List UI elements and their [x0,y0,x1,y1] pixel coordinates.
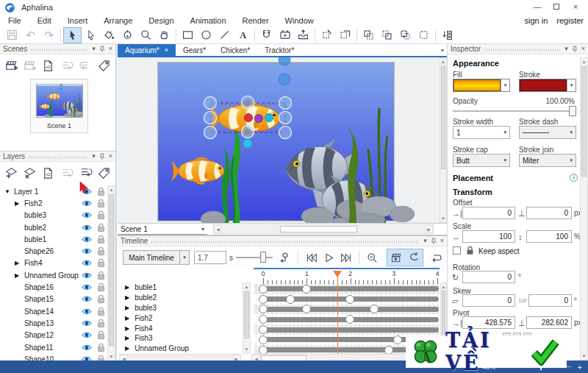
preview-tv-button[interactable] [276,27,294,43]
menu-animation[interactable]: Animation [182,16,234,25]
track-name-row[interactable]: ▶Fish3 [119,333,241,344]
close-button[interactable]: × [566,0,585,13]
lock-icon[interactable] [94,235,107,244]
visibility-eye-icon[interactable] [79,211,94,219]
track-expand-arrow[interactable]: ▶ [125,284,129,291]
layers-scrollbar[interactable]: ▲ ▼ [107,185,115,360]
playhead-handle[interactable] [333,271,342,277]
zoom-in-icon[interactable]: + [578,363,582,372]
track-expand-arrow[interactable]: ▶ [125,305,129,311]
intersect-shapes-button[interactable] [396,27,415,43]
move-scene-back-button[interactable] [59,57,76,75]
maximize-button[interactable] [547,0,566,13]
direct-select-tool-button[interactable] [82,27,100,43]
play-button[interactable] [320,249,337,266]
visibility-eye-icon[interactable] [79,235,94,244]
magnet-snap-button[interactable] [257,27,276,43]
pivot-y-input[interactable]: 282.602 [526,316,572,329]
keyframe-dot[interactable] [259,295,268,304]
track-lane[interactable] [254,294,440,305]
info-icon[interactable]: i [570,174,578,182]
minimize-button[interactable]: — [528,0,547,13]
keyframe-dot[interactable] [286,295,295,304]
track-expand-arrow[interactable]: ▶ [125,315,129,322]
tab-gears[interactable]: Gears* [176,44,213,56]
track-lane[interactable] [254,314,440,324]
visibility-eye-icon[interactable] [79,199,94,207]
select-tool-button[interactable] [63,27,82,43]
close-panel-icon[interactable]: × [109,153,112,160]
layer-row[interactable]: Shape12 [0,330,107,341]
menu-insert[interactable]: Insert [60,16,96,25]
track-expand-arrow[interactable]: ▶ [125,345,129,352]
keyframe-dot[interactable] [345,315,354,324]
pin-icon[interactable] [431,238,437,245]
layer-row[interactable]: ▼Layer 1 [0,185,107,197]
fill-bucket-tool-button[interactable] [100,27,118,43]
visibility-eye-icon[interactable] [79,283,94,291]
layer-row[interactable]: Shape15 [0,294,107,305]
lock-icon[interactable] [94,330,107,340]
delete-scene-button[interactable] [21,57,38,75]
keyframe-dot[interactable] [259,346,268,354]
ellipse-tool-button[interactable] [197,27,215,43]
delete-layer-button[interactable] [21,164,38,182]
panel-menu-chevron-icon[interactable]: ▾ [423,238,427,244]
panel-menu-chevron-icon[interactable]: ▾ [564,46,568,52]
visibility-eye-icon[interactable] [79,308,94,316]
lock-icon[interactable] [94,246,107,256]
scale-x-input[interactable]: 100 [462,230,515,243]
keep-aspect-checkbox[interactable] [453,246,461,255]
visibility-eye-icon[interactable] [79,271,94,280]
layer-row[interactable]: ▶Fish2 [0,197,107,209]
animation-bar[interactable] [259,286,439,291]
rectangle-tool-button[interactable] [179,27,197,43]
pan-hand-tool-button[interactable] [155,27,173,43]
animation-bar[interactable] [259,307,439,312]
zoom-out-timeline-button[interactable] [364,249,380,266]
lock-icon[interactable] [94,223,107,232]
layer-row[interactable]: Shape16 [0,281,107,293]
close-panel-icon[interactable]: × [109,46,112,52]
duplicate-layer-button[interactable]: x2 [40,164,57,182]
go-to-end-button[interactable] [338,249,354,266]
menu-design[interactable]: Design [140,16,182,25]
opacity-slider[interactable] [453,110,575,112]
skew-x-input[interactable]: 0 [462,294,515,307]
menu-file[interactable]: File [0,16,29,25]
track-expand-arrow[interactable]: ▶ [125,335,129,341]
timeline-selector-button[interactable]: Main Timeline [123,250,180,265]
layer-expand-arrow[interactable]: ▶ [15,272,24,279]
motion-point-red[interactable] [245,114,253,122]
pin-icon[interactable] [99,46,105,53]
time-scrub-slider[interactable] [236,251,273,264]
track-name-row[interactable]: ▶Unnamed Group [119,344,241,354]
add-layer-button[interactable] [3,164,20,182]
keyframe-dot[interactable] [259,305,268,313]
transform-rotate-button[interactable] [318,27,336,43]
timeline-selector-chevron[interactable]: ▾ [180,250,190,265]
stroke-cap-dropdown[interactable]: Butt▾ [453,154,510,167]
preview-animation-button[interactable] [388,249,404,266]
scene-thumbnail-card[interactable]: Scene 1 [30,79,88,133]
merge-layer-up-button[interactable] [77,164,94,182]
tab-tracktor[interactable]: Tracktor* [257,44,301,56]
layer-row[interactable]: buble1 [0,233,107,245]
visibility-eye-icon[interactable] [79,247,94,255]
lock-icon[interactable] [94,307,107,316]
add-scene-button[interactable] [3,57,20,75]
visibility-eye-icon[interactable] [79,319,94,327]
layer-expand-arrow[interactable]: ▼ [4,188,14,195]
menu-edit[interactable]: Edit [29,16,60,25]
save-button[interactable] [3,27,21,43]
visibility-eye-icon[interactable] [79,224,94,232]
aquarium-scene[interactable] [118,57,440,223]
sign-in-link[interactable]: sign in [525,16,548,25]
playhead-line[interactable] [337,277,339,354]
merge-layer-down-button[interactable] [59,164,76,182]
lock-icon[interactable] [94,187,107,196]
layer-row[interactable]: ▶Fish4 [0,257,107,269]
add-keyframe-button[interactable] [277,249,293,266]
stroke-dash-dropdown[interactable]: ▾ [519,126,576,139]
rotation-input[interactable]: 0 [462,271,515,283]
